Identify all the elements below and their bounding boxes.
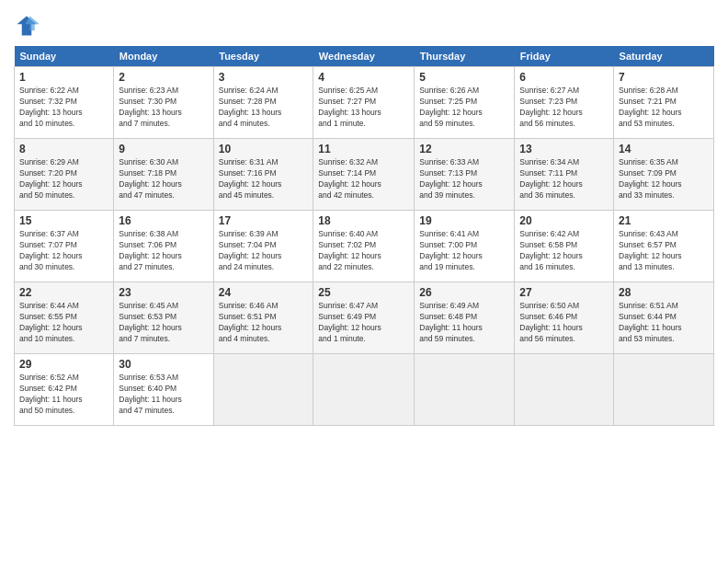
day-number: 19 [419,214,509,227]
day-info: and 50 minutes. [19,406,108,417]
table-row: 19Sunrise: 6:41 AMSunset: 7:00 PMDayligh… [415,211,515,282]
day-number: 24 [219,286,309,299]
day-info: Daylight: 12 hours [419,251,509,262]
table-row: 5Sunrise: 6:26 AMSunset: 7:25 PMDaylight… [415,67,515,139]
table-row: 22Sunrise: 6:44 AMSunset: 6:55 PMDayligh… [15,282,114,354]
day-info: Sunset: 7:30 PM [119,97,208,108]
day-number: 9 [119,143,208,155]
day-number: 4 [318,71,409,84]
day-info: Daylight: 12 hours [619,108,709,119]
day-info: and 42 minutes. [318,190,409,201]
logo-icon [14,13,40,39]
day-info: and 16 minutes. [519,262,609,273]
day-info: Daylight: 12 hours [318,323,409,334]
day-info: and 4 minutes. [219,119,309,130]
day-info: Daylight: 12 hours [119,323,208,334]
day-info: Sunrise: 6:43 AM [619,229,709,240]
day-info: and 53 minutes. [619,334,709,345]
day-info: Sunrise: 6:41 AM [419,229,509,240]
day-info: Daylight: 11 hours [619,323,709,334]
day-info: and 36 minutes. [519,190,609,201]
col-sunday: Sunday [15,46,114,67]
day-info: and 56 minutes. [519,334,609,345]
day-info: Daylight: 12 hours [219,323,309,334]
day-number: 25 [318,286,409,299]
day-info: Sunset: 7:18 PM [119,168,208,179]
day-info: Sunrise: 6:25 AM [318,86,409,97]
day-info: Sunrise: 6:33 AM [419,157,509,168]
day-number: 27 [519,286,609,299]
day-info: Sunrise: 6:44 AM [19,301,108,312]
table-row: 6Sunrise: 6:27 AMSunset: 7:23 PMDaylight… [515,67,614,139]
day-number: 18 [318,214,409,227]
day-info: Sunrise: 6:34 AM [519,157,609,168]
day-number: 23 [119,286,208,299]
day-number: 10 [219,143,309,155]
day-number: 30 [119,358,208,371]
day-info: and 47 minutes. [119,190,208,201]
table-row: 24Sunrise: 6:46 AMSunset: 6:51 PMDayligh… [213,282,313,354]
day-info: Sunrise: 6:53 AM [119,373,208,384]
day-info: Daylight: 12 hours [619,251,709,262]
day-info: Sunset: 6:42 PM [19,384,108,395]
table-row: 12Sunrise: 6:33 AMSunset: 7:13 PMDayligh… [415,139,515,211]
day-info: Sunset: 6:48 PM [419,312,509,323]
day-info: Sunrise: 6:50 AM [519,301,609,312]
table-row: 23Sunrise: 6:45 AMSunset: 6:53 PMDayligh… [114,282,213,354]
day-info: and 4 minutes. [219,334,309,345]
day-info: and 59 minutes. [419,119,509,130]
day-info: Sunset: 7:28 PM [219,97,309,108]
calendar-week-row: 29Sunrise: 6:52 AMSunset: 6:42 PMDayligh… [15,354,714,426]
day-info: Daylight: 11 hours [119,395,208,406]
day-number: 2 [119,71,208,84]
day-info: Sunset: 7:23 PM [519,97,609,108]
day-number: 6 [519,71,609,84]
calendar-header-row: Sunday Monday Tuesday Wednesday Thursday… [15,46,714,67]
day-info: Daylight: 12 hours [19,251,108,262]
day-info: and 27 minutes. [119,262,208,273]
day-info: Daylight: 13 hours [219,108,309,119]
day-info: Sunset: 7:27 PM [318,97,409,108]
table-row [415,354,515,426]
table-row: 18Sunrise: 6:40 AMSunset: 7:02 PMDayligh… [313,211,415,282]
day-info: Sunset: 6:44 PM [619,312,709,323]
day-info: Sunrise: 6:52 AM [19,373,108,384]
day-info: Sunset: 7:09 PM [619,168,709,179]
table-row [515,354,614,426]
day-info: Sunset: 7:20 PM [19,168,108,179]
day-info: Sunrise: 6:39 AM [219,229,309,240]
table-row [614,354,714,426]
day-info: and 30 minutes. [19,262,108,273]
col-tuesday: Tuesday [213,46,313,67]
day-info: Daylight: 12 hours [419,108,509,119]
table-row [313,354,415,426]
day-info: Sunrise: 6:42 AM [519,229,609,240]
day-number: 22 [19,286,108,299]
day-info: Sunset: 6:55 PM [19,312,108,323]
day-info: Sunset: 7:00 PM [419,240,509,251]
col-thursday: Thursday [415,46,515,67]
calendar-week-row: 15Sunrise: 6:37 AMSunset: 7:07 PMDayligh… [15,211,714,282]
table-row: 21Sunrise: 6:43 AMSunset: 6:57 PMDayligh… [614,211,714,282]
day-info: and 10 minutes. [19,119,108,130]
day-number: 16 [119,214,208,227]
day-info: and 47 minutes. [119,406,208,417]
day-info: Sunset: 7:07 PM [19,240,108,251]
day-number: 20 [519,214,609,227]
logo [14,13,42,39]
day-info: Daylight: 12 hours [519,108,609,119]
day-info: and 22 minutes. [318,262,409,273]
day-info: Sunset: 7:25 PM [419,97,509,108]
day-info: Daylight: 11 hours [19,395,108,406]
day-info: Daylight: 11 hours [419,323,509,334]
day-number: 15 [19,214,108,227]
table-row [213,354,313,426]
col-friday: Friday [515,46,614,67]
col-wednesday: Wednesday [313,46,415,67]
day-info: Sunrise: 6:40 AM [318,229,409,240]
day-info: Sunrise: 6:32 AM [318,157,409,168]
day-info: Sunset: 7:11 PM [519,168,609,179]
day-info: Sunset: 6:57 PM [619,240,709,251]
day-info: Daylight: 12 hours [219,179,309,190]
day-info: Sunrise: 6:35 AM [619,157,709,168]
